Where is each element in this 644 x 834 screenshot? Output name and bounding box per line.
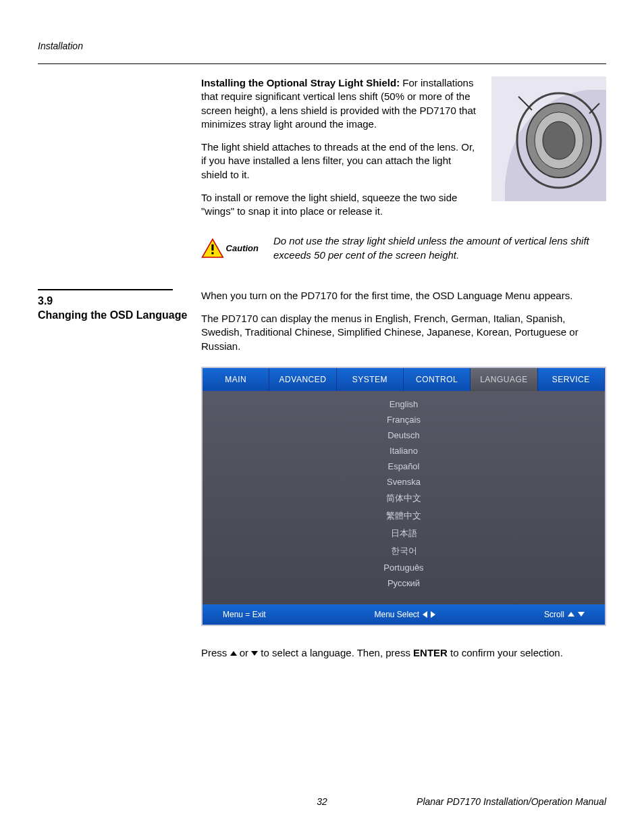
osd-footer: Menu = Exit Menu Select Scroll (203, 604, 605, 625)
osd-tab-language[interactable]: LANGUAGE (471, 368, 537, 391)
svg-rect-7 (211, 252, 213, 254)
shield-para-2: The light shield attaches to threads at … (201, 140, 479, 182)
post-osd-pre: Press (201, 647, 230, 658)
svg-point-4 (543, 122, 575, 159)
section-heading: 3.9 Changing the OSD Language (38, 294, 201, 323)
osd-language-option[interactable]: 繁體中文 (203, 507, 605, 525)
header-rule (38, 63, 606, 64)
osd-footer-scroll: Scroll (544, 610, 585, 619)
lens-shield-illustration (491, 76, 606, 201)
shield-para-1: Installing the Optional Stray Light Shie… (201, 76, 479, 131)
osd-body: EnglishFrançaisDeutschItalianoEspañolSve… (203, 391, 605, 604)
post-osd-enter: ENTER (413, 647, 448, 658)
osd-tab-main[interactable]: MAIN (203, 368, 269, 391)
osd-language-section: 3.9 Changing the OSD Language When you t… (38, 289, 606, 669)
manual-title: Planar PD7170 Installation/Operation Man… (417, 796, 606, 807)
osd-language-option[interactable]: Deutsch (203, 427, 605, 443)
section-para-1: When you turn on the PD7170 for the firs… (201, 289, 606, 303)
osd-tab-control[interactable]: CONTROL (404, 368, 471, 391)
shield-section: Installing the Optional Stray Light Shie… (38, 76, 606, 289)
osd-footer-select-label: Menu Select (374, 610, 419, 619)
caution-block: Caution Do not use the stray light shiel… (201, 234, 606, 262)
osd-language-option[interactable]: Español (203, 459, 605, 474)
triangle-down-icon (578, 612, 585, 617)
osd-language-option[interactable]: Português (203, 560, 605, 575)
caution-text: Do not use the stray light shield unless… (273, 234, 606, 262)
osd-menu: MAINADVANCEDSYSTEMCONTROLLANGUAGESERVICE… (201, 367, 606, 626)
osd-language-option[interactable]: 한국어 (203, 542, 605, 560)
osd-language-option[interactable]: 简体中文 (203, 490, 605, 507)
osd-tab-system[interactable]: SYSTEM (337, 368, 404, 391)
page-number: 32 (317, 796, 327, 807)
osd-tab-row: MAINADVANCEDSYSTEMCONTROLLANGUAGESERVICE (203, 368, 605, 391)
osd-tab-service[interactable]: SERVICE (538, 368, 605, 391)
caution-label: Caution (226, 243, 259, 253)
osd-language-option[interactable]: Français (203, 412, 605, 427)
osd-footer-select: Menu Select (374, 610, 435, 619)
osd-tab-advanced[interactable]: ADVANCED (269, 368, 336, 391)
post-osd-mid: or (237, 647, 252, 658)
section-para-2: The PD7170 can display the menus in Engl… (201, 312, 606, 353)
section-rule (38, 289, 173, 290)
running-header: Installation (38, 41, 606, 51)
osd-language-option[interactable]: English (203, 396, 605, 412)
triangle-down-icon (251, 651, 258, 656)
shield-para-3: To install or remove the light shield, s… (201, 191, 479, 219)
svg-rect-6 (211, 244, 213, 250)
triangle-up-icon (230, 651, 237, 656)
osd-language-option[interactable]: Italiano (203, 443, 605, 459)
post-osd-after: to select a language. Then, press (258, 647, 413, 658)
osd-footer-exit: Menu = Exit (223, 610, 266, 619)
triangle-up-icon (568, 612, 574, 617)
post-osd-end: to confirm your selection. (448, 647, 563, 658)
caution-icon: Caution (201, 235, 259, 262)
osd-footer-scroll-label: Scroll (544, 610, 564, 619)
osd-language-option[interactable]: Svenska (203, 474, 605, 490)
triangle-left-icon (423, 611, 427, 618)
page-footer: 32 Planar PD7170 Installation/Operation … (38, 796, 606, 807)
osd-language-option[interactable]: Русский (203, 575, 605, 591)
triangle-right-icon (431, 611, 435, 618)
post-osd-instruction: Press or to select a language. Then, pre… (201, 646, 606, 660)
shield-heading: Installing the Optional Stray Light Shie… (201, 77, 402, 88)
osd-language-option[interactable]: 日本語 (203, 525, 605, 542)
